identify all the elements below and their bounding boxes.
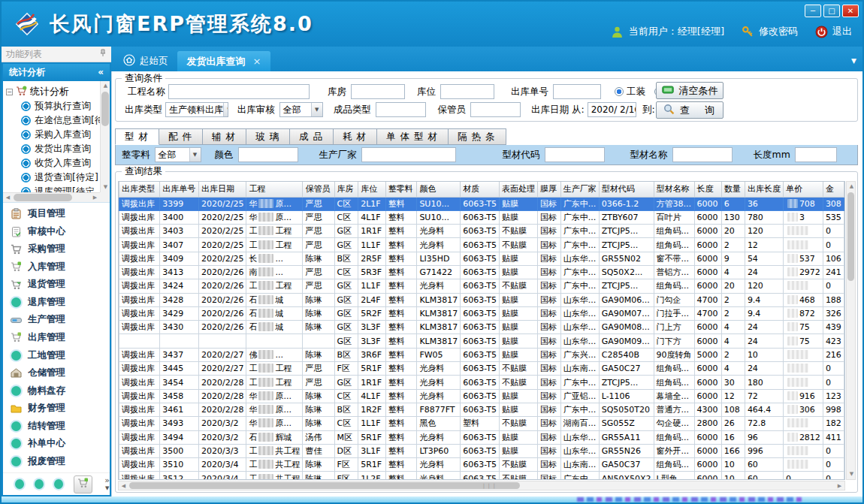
search-button[interactable]: 查 询 xyxy=(656,101,724,119)
scroll-left-icon[interactable]: ◀ xyxy=(3,193,13,203)
close-button[interactable]: ✕ xyxy=(842,5,859,17)
column-header[interactable]: 整零料 xyxy=(385,182,417,197)
table-row[interactable]: G区3L3F整料KLM38176063-T5贴膜国标山东华...GA90M09.… xyxy=(119,334,844,348)
column-header[interactable]: 型材名称 xyxy=(654,182,694,197)
column-header[interactable]: 数量 xyxy=(721,182,745,197)
radio-industrial[interactable]: 工装 xyxy=(615,86,645,98)
material-tab[interactable]: 隔热条 xyxy=(449,128,506,145)
tree-item[interactable]: 退库管理[待定 xyxy=(6,185,100,192)
table-row[interactable]: 调拨出库34582020/2/28华原...陈琳C区4L1F整料光身料6063-… xyxy=(119,389,844,403)
sidebar-section-header[interactable]: 统计分析 « xyxy=(3,64,110,81)
manufacturer-input[interactable] xyxy=(361,147,456,162)
table-row[interactable]: 调拨出库34612020/2/28华原...陈琳B区1R2F整料F8877FT6… xyxy=(119,403,844,416)
tree-item[interactable]: 发货出库查询 xyxy=(6,142,100,156)
table-row[interactable]: 调拨出库34542020/2/28工工程严思G区1R1F整料光身料6063-T5… xyxy=(119,376,844,389)
column-header[interactable]: 库房 xyxy=(334,182,358,197)
table-row[interactable]: 调拨出库34032020/2/25工工程严思G区1R1F整料光身料6063-T5… xyxy=(119,225,844,238)
change-password-link[interactable]: 修改密码 xyxy=(759,25,798,38)
review-select[interactable]: 全部▼ xyxy=(279,102,323,117)
dot-icon[interactable] xyxy=(54,479,63,489)
scroll-up-icon[interactable]: ▲ xyxy=(847,182,856,192)
sidebar-menu-item[interactable]: 出库管理 xyxy=(3,329,110,347)
date-from-picker[interactable]: 2020/ 2/16▼ xyxy=(588,102,636,117)
material-tab[interactable]: 单体型材 xyxy=(377,128,449,145)
product-type-input[interactable] xyxy=(376,102,426,117)
column-header[interactable]: 出库单号 xyxy=(160,182,199,197)
tree-horizontal-scrollbar[interactable]: ◀ ▶ xyxy=(3,192,100,202)
table-row[interactable]: 调拨出库35002020/3/3工共工程曹佳D区3L1F整料LT3P606063… xyxy=(119,444,844,457)
pin-icon[interactable] xyxy=(99,47,107,62)
outbound-type-select[interactable]: 生产领料出库▼ xyxy=(165,102,228,117)
column-header[interactable]: 出库类型 xyxy=(119,182,160,197)
table-row[interactable]: 调拨出库34092020/2/25长...陈琳B区2R5F整料LI35HD606… xyxy=(119,252,844,265)
whole-part-select[interactable]: 全部▼ xyxy=(155,147,201,162)
column-header[interactable]: 库位 xyxy=(358,182,386,197)
sidebar-menu-item[interactable]: 结转管理 xyxy=(3,417,110,435)
tab-close-icon[interactable]: × xyxy=(253,56,261,67)
column-header[interactable]: 材质 xyxy=(461,182,500,197)
sidebar-menu-item[interactable]: 财务管理 xyxy=(3,400,110,418)
warehouse-input[interactable] xyxy=(351,84,405,99)
tree-root[interactable]: − 统计分析 xyxy=(6,84,100,99)
table-row[interactable]: 调拨出库34302020/2/26石城陈琳G区3L3F整料KLM38176063… xyxy=(119,321,844,334)
scroll-down-icon[interactable]: ▼ xyxy=(101,183,110,192)
tree-item[interactable]: 预算执行查询 xyxy=(6,99,100,113)
table-row[interactable]: 调拨出库35102020/3/4工共工程陈琳F区5R1F整料光身料6063-T5… xyxy=(119,458,844,472)
more-menus-chevron[interactable]: »▼ xyxy=(104,477,110,492)
material-tab[interactable]: 型材 xyxy=(115,128,159,145)
sidebar-menu-item[interactable]: 退库管理 xyxy=(3,294,110,312)
table-row[interactable]: 调拨出库34072020/2/25工工程严思G区1L1F整料光身料6063-T5… xyxy=(119,238,844,252)
sidebar-menu-item[interactable]: 物料盘存 xyxy=(3,382,110,400)
table-row[interactable]: 调拨出库34942020/3/2石辉城汤伟M区5R1F整料光身料6063-T5贴… xyxy=(119,430,844,444)
order-no-input[interactable] xyxy=(553,84,601,99)
sidebar-menu-item[interactable]: 入库管理 xyxy=(3,258,110,276)
sidebar-menu-item[interactable]: 补单中心 xyxy=(3,435,110,453)
column-header[interactable]: 生产厂家 xyxy=(560,182,599,197)
sidebar-menu-item[interactable]: 退货管理 xyxy=(3,276,110,294)
material-tab[interactable]: 玻璃 xyxy=(246,128,290,145)
column-header[interactable]: 型材代码 xyxy=(599,182,654,197)
material-tab[interactable]: 辅材 xyxy=(203,128,246,145)
column-header[interactable]: 金 xyxy=(823,182,844,197)
table-row[interactable]: 调拨出库34372020/2/27佛...陈琳B区3R6F整料FW056063-… xyxy=(119,348,844,361)
table-row[interactable]: 调拨出库34132020/2/26南...严思C区5R3F整料G71422606… xyxy=(119,265,844,279)
tab-home[interactable]: 起始页 xyxy=(114,51,177,71)
table-row[interactable]: 调拨出库33992020/2/25华原...严思C区2L1F整料SU10...6… xyxy=(119,197,844,210)
table-row[interactable]: 调拨出库34932020/3/2华原...陈琳C区1L1F整料黑色塑料不贴膜国标… xyxy=(119,417,844,430)
tree-item[interactable]: 退货查询[待定] xyxy=(6,171,100,185)
column-header[interactable]: 长度 xyxy=(694,182,721,197)
logout-link[interactable]: 退出 xyxy=(832,25,852,38)
scroll-up-icon[interactable]: ▲ xyxy=(101,81,110,91)
dot-icon[interactable] xyxy=(15,479,24,489)
scroll-right-icon[interactable]: ▶ xyxy=(835,481,844,491)
column-header[interactable]: 出库长度 xyxy=(745,182,783,197)
column-header[interactable]: 颜色 xyxy=(417,182,461,197)
collapse-icon[interactable]: « xyxy=(98,64,104,81)
material-tab[interactable]: 耗材 xyxy=(334,128,377,145)
maximize-button[interactable]: □ xyxy=(823,5,840,17)
minimize-button[interactable]: ─ xyxy=(805,5,821,17)
cart-shortcut-button[interactable] xyxy=(74,475,93,493)
tree-item[interactable]: 采购入库查询 xyxy=(6,128,100,142)
table-horizontal-scrollbar[interactable]: ◀ ❘❘❘ ▶ xyxy=(118,481,845,490)
scroll-right-icon[interactable]: ▶ xyxy=(90,193,100,203)
dot-icon[interactable] xyxy=(35,479,44,489)
material-tab[interactable]: 成品 xyxy=(290,128,334,145)
tab-shipment-outbound-query[interactable]: 发货出库查询 × xyxy=(177,51,271,71)
column-header[interactable]: 出库日期 xyxy=(199,182,246,197)
sidebar-menu-item[interactable]: 工地管理 xyxy=(3,346,110,364)
column-header[interactable]: 单价 xyxy=(783,182,823,197)
project-name-input[interactable] xyxy=(168,84,310,99)
color-input[interactable] xyxy=(238,147,298,162)
table-row[interactable]: 调拨出库35122020/3/4工共工程陈琳F区1L2F整料光身料6063-T5… xyxy=(119,472,844,480)
sidebar-menu-item[interactable]: 项目管理 xyxy=(3,205,110,223)
sidebar-menu-item[interactable]: 仓储管理 xyxy=(3,364,110,382)
table-vertical-scrollbar[interactable]: ▲ ▼ xyxy=(846,181,856,480)
tree-vertical-scrollbar[interactable]: ▲ ▼ xyxy=(100,81,110,192)
tree-item[interactable]: 在途信息查询[待 xyxy=(6,113,100,128)
table-row[interactable]: 调拨出库34002020/2/25华原...严思C区4L1F整料SU10...6… xyxy=(119,210,844,224)
material-tab[interactable]: 配件 xyxy=(159,128,203,145)
sidebar-menu-item[interactable]: 生产管理 xyxy=(3,311,110,329)
table-row[interactable]: 调拨出库34452020/2/27工工程严思F区5R1F整料光身料6063-T5… xyxy=(119,362,844,376)
scroll-down-icon[interactable]: ▼ xyxy=(847,469,856,479)
